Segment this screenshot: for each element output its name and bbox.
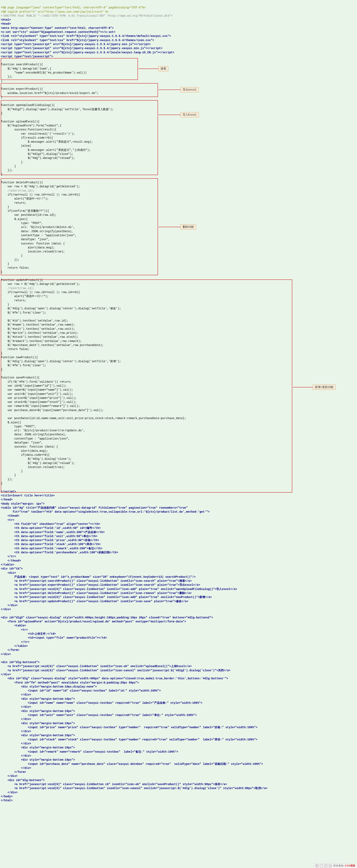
thead-open: <thead> <box>1 514 19 518</box>
update-l12: $('#name').textbox('setValue',row.name); <box>1 323 75 326</box>
save-l19: alert(data.msg); <box>1 449 48 453</box>
uploadexcel-l4: var result=eval('('+result+')'); <box>1 132 75 135</box>
script-open: <script type="text/javascript"> <box>1 55 53 58</box>
dlg-f1-input: <input id="id" name="id" class="easyui-t… <box>1 689 161 692</box>
save-l22: $('#dg').datagrid('reload'); <box>1 462 75 465</box>
dlg-f5-input: <input id="stock" name="stock" class="ea… <box>1 738 257 741</box>
uploadexcel-l10: $("#dg").datagrid("reload"); <box>1 156 75 160</box>
update-l15: $('#stock').textbox('setValue',row.stock… <box>1 335 78 339</box>
head-close: </head> <box>1 498 12 501</box>
save-l9: var purchase_date=$('input[name="purchas… <box>1 409 103 412</box>
thead-close: </thead> <box>1 559 21 562</box>
tb-close: </div> <box>1 608 11 611</box>
watermark: ◐ + ★ ☁ 登录复制 CTO博客 <box>314 863 357 868</box>
person-icon: ◐ <box>316 864 319 867</box>
delete-l2: var row = $('#dg').datagrid('getSelected… <box>1 185 80 188</box>
delete-l13: data: JSON.stringify(postData), <box>1 230 73 233</box>
meta-tag: <meta http-equiv="Content-Type" content=… <box>1 26 114 30</box>
dlg-f2: <div style="margin-bottom:10px"> <box>1 697 75 701</box>
update-l14: $('#price').textbox('setValue',row.price… <box>1 331 78 335</box>
save-l7: var stock=$('input[name="stock"]').val()… <box>1 400 77 404</box>
dlg2-table-close: </table> <box>1 645 28 648</box>
dlg-f4: <div style="margin-bottom:10px"> <box>1 722 75 725</box>
link-icon-css: <link rel="stylesheet" type="text/css" h… <box>1 39 154 42</box>
body-open: <body style="margin: 1px"> <box>1 502 44 505</box>
save-l6: var price=$('input[name="price"]').val()… <box>1 397 77 400</box>
callout-import: 导入Excel <box>180 112 199 117</box>
update-l9: $('#fm').form('clear'); <box>1 311 46 314</box>
delete-l8: if(confirm("是否删除??")){ <box>1 209 49 213</box>
update-l2: var row = $('#dg').datagrid('getSelected… <box>1 282 80 286</box>
watermark-brand: CTO博客 <box>345 864 355 868</box>
update-l8: $('#dlg').dialog('open').dialog('center'… <box>1 307 121 310</box>
callout-delete: 删除功能 <box>180 224 196 229</box>
th-id: <th data-options="field:'id',width:50" i… <box>1 526 100 530</box>
uploadexcel-l5: if(result.code!=0){ <box>1 136 53 140</box>
update-l4: if(row==null || row.id==null || row.id<=… <box>1 291 80 294</box>
save-l18: success: function (data) { <box>1 445 58 448</box>
dlg-form: <form id="fm" method="post" novalidate s… <box>1 681 139 684</box>
uploadexcel-l12: } <box>1 165 16 168</box>
dlg-close: </div> <box>1 774 18 778</box>
table-close: </table> <box>1 563 14 566</box>
save-l8: var remark=$('input[name="remark"]').val… <box>1 404 80 408</box>
callout-newupdate: 新增+更新功能 <box>313 384 335 390</box>
watermark-text: 登录复制 <box>333 864 344 868</box>
save-l13: type: "POST", <box>1 425 36 428</box>
head-open: <head> <box>1 22 11 26</box>
tb-inner-close: </div> <box>1 604 18 607</box>
th-stock: <th data-options="field:'stock',width:10… <box>1 543 100 546</box>
dlg-f3-close: </div> <box>1 718 31 721</box>
delete-l22: return false; <box>1 266 29 270</box>
update-l5: alert("请选中一行!!"); <box>1 295 49 298</box>
export-fn-l2: window.location.href="${ctx}/product/exc… <box>1 92 98 95</box>
uploadexcel-l3: success:function(result){ <box>1 128 56 131</box>
star-icon: ★ <box>324 864 328 867</box>
dlg-f7: <div style="margin-bottom:10px"> <box>1 758 75 762</box>
update-l18: return false; <box>1 347 29 351</box>
search-fn-l2: $('#dg').datagrid('load',{ <box>1 67 51 70</box>
code-viewer: <%@ page language="java" contentType="te… <box>0 0 357 868</box>
delete-l18: location.reload(true); <box>1 250 65 253</box>
delete-l6: return; <box>1 201 26 205</box>
uploadexcel-l8: $.messager.alert("系统提示","上传成功"); <box>1 149 91 152</box>
save-l5: var unit=$('input[name="unit"]').val(); <box>1 393 73 396</box>
tb-a1: <a href="javascript:searchProduct()" cla… <box>1 579 191 583</box>
search-fn-l5: } <box>1 79 2 83</box>
script-close: </script> <box>1 490 16 493</box>
delete-l12: url: '${ctx}/product/delete.do', <box>1 225 75 229</box>
dlg-form-close: </form> <box>1 770 26 774</box>
new-l2: $('#dlg').dialog('open').dialog('center'… <box>1 360 121 363</box>
cset-tag: <c:set var="ctx" value="${pageContext.re… <box>1 30 115 34</box>
dlgb2-a2: <a href="javascript:void(0)" class="easy… <box>1 669 230 672</box>
script-locale: <script type="text/javascript" src="${ct… <box>1 51 174 54</box>
update-l16: $('#remark').textbox('setValue',row.rema… <box>1 340 82 343</box>
dlg-f1-close: </div> <box>1 693 31 696</box>
save-l12: $.ajax({ <box>1 421 21 424</box>
delete-l9: var postData={id:row.id}; <box>1 213 56 217</box>
export-fn-l1: function exportProduct(){ <box>1 87 43 91</box>
save-l21: $('#dlg').dialog('close'); <box>1 457 71 461</box>
tb-a6: <a href="javascript:updateProduct()" cla… <box>1 600 188 603</box>
openupload-l2: $("#dlg2").dialog('open').dialog('setTit… <box>1 108 114 111</box>
uploadexcel-l2: $("#uploadForm").form("submit",{ <box>1 124 61 127</box>
table-open: <table id="dg" title="产品信息列表" class="eas… <box>1 506 188 509</box>
delete-l11: type: "POST", <box>1 222 43 225</box>
save-l14: url: '${ctx}/product/insert/or/update.do… <box>1 429 85 432</box>
th-name: <th data-options="field:'name',width:200… <box>1 531 105 534</box>
save-l27: } <box>1 482 2 485</box>
uploadexcel-l7: }else{ <box>1 144 31 148</box>
update-l17: $('#purchase_date').textbox('setValue',r… <box>1 344 103 347</box>
search-fn-l3: "name":encodeURI($('#s_productName').val… <box>1 71 87 74</box>
update-l3: //alert(row.id); <box>1 287 34 290</box>
delete-l5: alert("请选中一行!!"); <box>1 197 49 200</box>
save-l26: }); <box>1 478 12 481</box>
update-l19: } <box>1 352 2 355</box>
tr-open: <tr> <box>1 519 14 522</box>
search-fn-l1: function searchProduct(){ <box>1 63 43 66</box>
uploadexcel-l13: }); <box>1 169 12 172</box>
openupload-l3: } <box>1 112 2 115</box>
html-close: </html> <box>1 799 12 802</box>
dlg2-close: </div> <box>1 653 11 656</box>
dlg2-open: <div id="dlg2" class="easyui-dialog" sty… <box>1 616 213 619</box>
